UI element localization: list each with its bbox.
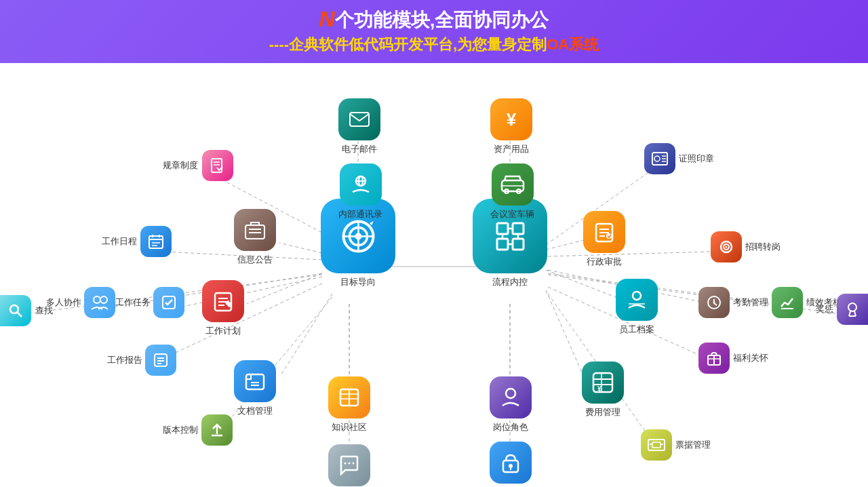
seal-label: 证照印章 xyxy=(679,153,714,165)
node-task[interactable]: 工作任务 xyxy=(115,287,184,318)
svg-point-115 xyxy=(506,389,515,398)
svg-point-87 xyxy=(353,463,355,465)
node-welfare[interactable]: 福利关怀 xyxy=(698,343,768,374)
node-role[interactable]: 岗位角色 xyxy=(490,376,532,433)
seal-icon xyxy=(644,143,675,174)
recruit-label: 招聘转岗 xyxy=(745,241,781,253)
svg-point-117 xyxy=(509,464,513,468)
n-letter: N xyxy=(319,7,335,31)
node-employee[interactable]: 员工档案 xyxy=(616,279,658,336)
plan-label: 工作计划 xyxy=(205,325,241,337)
doc-label: 文档管理 xyxy=(237,405,273,417)
knowledge-icon xyxy=(328,376,370,418)
node-attendance[interactable]: 考勤管理 xyxy=(698,287,768,318)
node-schedule[interactable]: 工作日程 xyxy=(102,226,172,257)
svg-rect-38 xyxy=(513,239,524,250)
flow-label: 流程内控 xyxy=(492,276,528,288)
node-assets[interactable]: ¥ 资产用品 xyxy=(490,98,532,155)
svg-text:¥: ¥ xyxy=(597,385,601,393)
permission-icon xyxy=(490,442,532,484)
svg-line-19 xyxy=(546,290,587,383)
schedule-icon xyxy=(140,226,172,257)
assets-icon: ¥ xyxy=(490,98,532,140)
node-recruit[interactable]: 招聘转岗 xyxy=(711,231,781,262)
node-permission[interactable]: 权限管理 xyxy=(490,442,532,487)
node-search[interactable]: 查找 xyxy=(0,295,53,326)
task-label: 工作任务 xyxy=(115,296,151,309)
svg-rect-110 xyxy=(593,373,612,392)
node-email[interactable]: 电子邮件 xyxy=(338,98,380,155)
doc-icon xyxy=(234,360,276,402)
info-icon xyxy=(234,209,276,251)
plan-icon xyxy=(202,280,244,322)
report-icon xyxy=(145,345,176,376)
node-reward[interactable]: 奖惩 xyxy=(816,294,868,325)
version-label: 版本控制 xyxy=(163,424,198,436)
assets-label: 资产用品 xyxy=(494,143,529,155)
connection-lines xyxy=(0,63,868,487)
employee-label: 员工档案 xyxy=(619,324,654,336)
role-label: 岗位角色 xyxy=(493,421,528,433)
attendance-label: 考勤管理 xyxy=(733,296,768,309)
expense-label: 费用管理 xyxy=(585,406,620,418)
expense-icon: ¥ xyxy=(582,362,624,404)
bill-icon xyxy=(641,429,672,461)
employee-icon xyxy=(616,279,658,321)
info-label: 信息公告 xyxy=(237,254,273,266)
admin-label: 行政审批 xyxy=(587,256,622,268)
node-expense[interactable]: ¥ 费用管理 xyxy=(582,362,624,418)
search-icon xyxy=(0,295,31,326)
report-label: 工作报告 xyxy=(107,354,142,366)
svg-line-4 xyxy=(247,273,322,304)
svg-point-94 xyxy=(654,156,660,161)
node-report[interactable]: 工作报告 xyxy=(107,345,176,376)
performance-icon xyxy=(772,287,803,318)
svg-point-86 xyxy=(344,463,347,465)
svg-point-101 xyxy=(633,292,641,300)
main-area: 目标导向 流程内控 电子邮件 xyxy=(0,63,868,487)
svg-point-71 xyxy=(10,305,18,313)
bill-label: 票据管理 xyxy=(675,439,711,451)
node-bill[interactable]: 票据管理 xyxy=(641,429,711,461)
svg-point-120 xyxy=(848,303,856,311)
svg-line-122 xyxy=(854,311,856,316)
node-doc[interactable]: 文档管理 xyxy=(234,360,276,417)
svg-line-11 xyxy=(280,294,332,376)
svg-point-85 xyxy=(349,463,351,465)
node-plan[interactable]: 工作计划 xyxy=(202,280,244,337)
version-icon xyxy=(201,414,233,446)
task-icon xyxy=(153,287,184,318)
svg-rect-37 xyxy=(497,239,508,250)
svg-point-69 xyxy=(100,296,107,303)
node-address[interactable]: 内部通讯录 xyxy=(338,163,382,220)
node-admin[interactable]: 行政审批 xyxy=(583,211,625,268)
node-knowledge[interactable]: 知识社区 xyxy=(328,376,370,433)
svg-line-105 xyxy=(714,303,717,305)
attendance-icon xyxy=(698,287,730,318)
role-icon xyxy=(490,376,532,418)
node-seal[interactable]: 证照印章 xyxy=(644,143,714,174)
svg-rect-124 xyxy=(648,440,665,450)
recruit-icon xyxy=(711,231,742,262)
admin-icon xyxy=(583,211,625,253)
node-collab[interactable]: 多人协作 xyxy=(46,287,115,318)
header-line1: N个功能模块,全面协同办公 xyxy=(0,7,868,33)
svg-point-68 xyxy=(94,296,100,303)
email-icon xyxy=(338,98,380,140)
node-info[interactable]: 信息公告 xyxy=(234,209,276,266)
header-line2: ----企典软件低代码开发平台,为您量身定制OA系统 xyxy=(0,35,868,55)
node-version[interactable]: 版本控制 xyxy=(163,414,233,446)
svg-rect-51 xyxy=(212,159,222,172)
node-rules[interactable]: 规章制度 xyxy=(163,150,233,181)
welfare-icon xyxy=(698,343,730,374)
svg-line-17 xyxy=(546,239,587,250)
svg-line-23 xyxy=(548,252,712,256)
search-label: 查找 xyxy=(35,305,53,317)
svg-line-3 xyxy=(279,243,322,253)
svg-rect-36 xyxy=(513,223,524,234)
node-meeting[interactable]: 会议室车辆 xyxy=(490,163,534,220)
knowledge-label: 知识社区 xyxy=(332,421,367,433)
target-label: 目标导向 xyxy=(340,276,376,288)
node-qa[interactable]: 知识问答 xyxy=(328,444,370,487)
address-label: 内部通讯录 xyxy=(338,208,382,220)
